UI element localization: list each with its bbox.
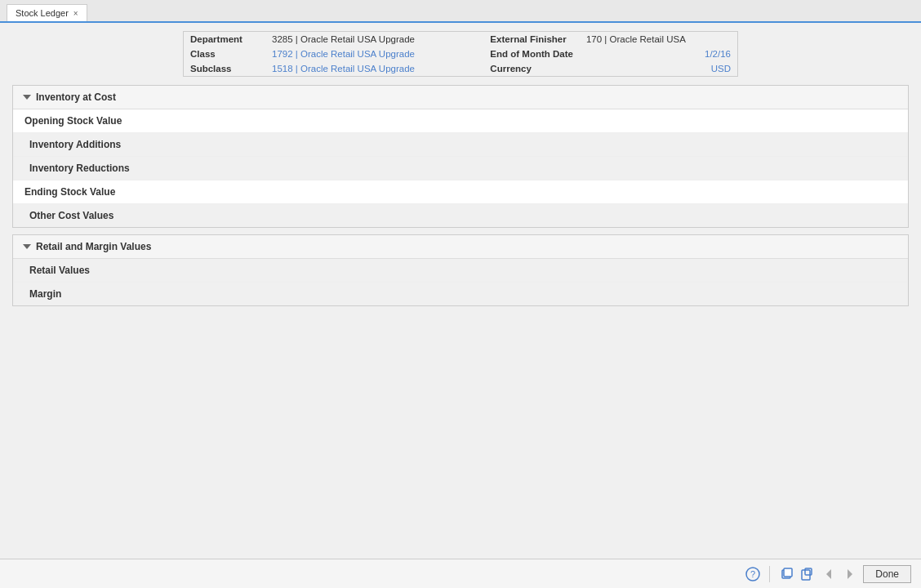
other-cost-values-label: Other Cost Values (29, 210, 113, 221)
tab-stock-ledger[interactable]: Stock Ledger × (7, 4, 87, 21)
eom-label: End of Month Date (483, 47, 580, 61)
copy-icon[interactable] (778, 566, 794, 582)
svg-marker-6 (826, 569, 831, 579)
margin-label: Margin (29, 288, 61, 300)
margin-row[interactable]: Margin (13, 283, 908, 305)
currency-label: Currency (483, 61, 580, 76)
inventory-additions-row[interactable]: Inventory Additions (13, 133, 908, 157)
dept-label: Department (184, 32, 265, 47)
opening-stock-value-row: Opening Stock Value (13, 109, 908, 133)
retail-margin-title: Retail and Margin Values (36, 241, 151, 252)
class-value: 1792 | Oracle Retail USA Upgrade (265, 47, 483, 61)
collapse-icon-retail (23, 244, 31, 249)
done-button[interactable]: Done (863, 565, 911, 583)
tab-bar: Stock Ledger × (0, 0, 921, 23)
inventory-reductions-label: Inventory Reductions (29, 163, 130, 174)
retail-margin-header[interactable]: Retail and Margin Values (13, 235, 908, 259)
eom-value: 1/2/16 (580, 47, 737, 61)
inventory-additions-label: Inventory Additions (29, 139, 121, 150)
ending-stock-value-row: Ending Stock Value (13, 180, 908, 204)
info-row-1: Department 3285 | Oracle Retail USA Upgr… (184, 32, 737, 47)
svg-text:?: ? (750, 569, 755, 579)
inventory-at-cost-header[interactable]: Inventory at Cost (13, 86, 908, 109)
bottom-toolbar: ? Done (0, 559, 921, 588)
info-table: Department 3285 | Oracle Retail USA Upgr… (183, 31, 738, 77)
inventory-at-cost-title: Inventory at Cost (36, 91, 116, 103)
page-body: Department 3285 | Oracle Retail USA Upgr… (0, 31, 921, 345)
inventory-at-cost-section: Inventory at Cost Opening Stock Value In… (12, 85, 909, 228)
tab-label: Stock Ledger (16, 8, 69, 18)
retail-values-label: Retail Values (29, 265, 90, 276)
other-cost-values-row[interactable]: Other Cost Values (13, 204, 908, 227)
svg-rect-5 (805, 568, 812, 575)
subclass-label: Subclass (184, 61, 265, 76)
inventory-reductions-row[interactable]: Inventory Reductions (13, 157, 908, 180)
subclass-value: 1518 | Oracle Retail USA Upgrade (265, 61, 483, 76)
ext-finisher-label: External Finisher (483, 32, 580, 47)
toolbar-separator-1 (769, 566, 770, 582)
collapse-icon-inventory (23, 95, 31, 100)
help-icon[interactable]: ? (745, 566, 761, 582)
ext-finisher-value: 170 | Oracle Retail USA (580, 32, 737, 47)
currency-value: USD (580, 61, 737, 76)
svg-marker-7 (848, 569, 852, 579)
info-row-2: Class 1792 | Oracle Retail USA Upgrade E… (184, 47, 737, 61)
retail-values-row[interactable]: Retail Values (13, 259, 908, 283)
opening-stock-label: Opening Stock Value (24, 115, 122, 127)
tab-close-icon[interactable]: × (73, 9, 78, 18)
ending-stock-label: Ending Stock Value (24, 186, 115, 198)
nav-forward-icon[interactable] (842, 566, 858, 582)
retail-margin-section: Retail and Margin Values Retail Values M… (12, 234, 909, 306)
class-label: Class (184, 47, 265, 61)
nav-back-icon[interactable] (821, 566, 837, 582)
svg-rect-3 (784, 568, 792, 577)
dept-value: 3285 | Oracle Retail USA Upgrade (265, 32, 483, 47)
info-row-3: Subclass 1518 | Oracle Retail USA Upgrad… (184, 61, 737, 76)
paste-icon[interactable] (799, 566, 816, 582)
